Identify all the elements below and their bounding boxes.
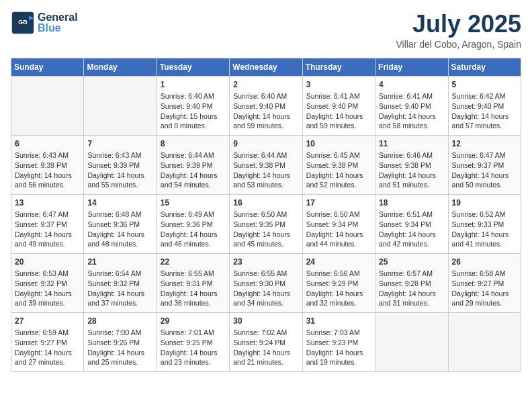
day-info: and 53 minutes. [233,180,298,190]
calendar-cell: 16Sunrise: 6:50 AMSunset: 9:35 PMDayligh… [230,194,302,253]
day-number: 10 [306,138,371,150]
calendar-cell: 10Sunrise: 6:45 AMSunset: 9:38 PMDayligh… [302,135,375,194]
day-number: 26 [452,257,517,268]
day-info: Sunset: 9:23 PM [306,338,371,348]
calendar-cell [448,312,521,371]
day-info: Daylight: 14 hours [306,111,371,122]
calendar-cell [11,76,84,135]
day-info: Daylight: 14 hours [233,171,298,181]
title-area: July 2025 Villar del Cobo, Aragon, Spain [396,11,521,50]
day-info: Sunset: 9:35 PM [233,220,298,230]
day-info: Sunrise: 6:55 AM [233,269,298,279]
day-info: and 59 minutes. [233,121,298,131]
day-info: Daylight: 14 hours [306,171,371,181]
day-info: Daylight: 14 hours [15,289,80,299]
day-info: Sunrise: 6:43 AM [15,150,80,161]
day-info: Sunset: 9:39 PM [161,161,226,171]
day-info: Sunset: 9:39 PM [87,161,152,171]
day-number: 2 [233,79,298,91]
day-info: Daylight: 14 hours [15,348,80,358]
day-info: Daylight: 14 hours [87,289,152,299]
day-number: 13 [15,197,80,209]
day-info: Sunrise: 7:01 AM [161,328,226,338]
day-info: Sunset: 9:30 PM [233,279,298,289]
day-info: Sunrise: 6:46 AM [379,150,444,161]
calendar-cell: 11Sunrise: 6:46 AMSunset: 9:38 PMDayligh… [375,135,448,194]
day-info: Sunset: 9:27 PM [15,338,80,348]
day-info: and 50 minutes. [452,180,517,190]
calendar-cell: 7Sunrise: 6:43 AMSunset: 9:39 PMDaylight… [84,135,157,194]
day-info: Daylight: 14 hours [161,230,226,240]
day-info: and 54 minutes. [161,180,226,190]
day-number: 4 [379,79,444,91]
day-info: and 42 minutes. [379,239,444,249]
calendar-cell: 4Sunrise: 6:41 AMSunset: 9:40 PMDaylight… [375,76,448,135]
calendar-cell [84,76,157,135]
day-number: 17 [306,197,371,209]
day-info: and 27 minutes. [15,357,80,367]
day-info: Sunrise: 6:47 AM [452,150,517,161]
day-info: Sunset: 9:32 PM [87,279,152,289]
day-info: Sunset: 9:33 PM [452,220,517,230]
day-info: Sunset: 9:24 PM [233,338,298,348]
day-number: 24 [306,257,371,268]
day-info: Sunset: 9:34 PM [306,220,371,230]
day-info: Sunrise: 6:41 AM [306,91,371,101]
day-info: Daylight: 14 hours [452,230,517,240]
day-info: Sunrise: 6:44 AM [233,150,298,161]
calendar-cell: 15Sunrise: 6:49 AMSunset: 9:36 PMDayligh… [157,194,229,253]
day-number: 6 [15,138,80,150]
day-info: Daylight: 14 hours [452,289,517,299]
day-info: Sunrise: 6:50 AM [306,210,371,220]
day-info: and 31 minutes. [379,298,444,308]
day-info: and 23 minutes. [161,357,226,367]
day-info: Daylight: 14 hours [379,289,444,299]
day-info: and 36 minutes. [161,298,226,308]
day-info: Daylight: 14 hours [379,230,444,240]
calendar-week-3: 13Sunrise: 6:47 AMSunset: 9:37 PMDayligh… [11,194,521,253]
weekday-header-saturday: Saturday [448,58,521,76]
calendar-cell: 18Sunrise: 6:51 AMSunset: 9:34 PMDayligh… [375,194,448,253]
weekday-header-tuesday: Tuesday [157,58,229,76]
day-info: Daylight: 14 hours [379,171,444,181]
day-info: Sunset: 9:29 PM [306,279,371,289]
calendar-cell: 20Sunrise: 6:53 AMSunset: 9:32 PMDayligh… [11,253,84,312]
day-info: Sunrise: 6:52 AM [452,210,517,220]
calendar-cell: 22Sunrise: 6:55 AMSunset: 9:31 PMDayligh… [157,253,229,312]
calendar-week-1: 1Sunrise: 6:40 AMSunset: 9:40 PMDaylight… [11,76,521,135]
day-number: 27 [15,316,80,327]
day-info: and 57 minutes. [452,121,517,131]
day-info: Daylight: 14 hours [15,171,80,181]
day-info: Sunrise: 6:53 AM [15,269,80,279]
day-info: Sunset: 9:40 PM [233,101,298,111]
day-info: and 51 minutes. [379,180,444,190]
calendar-week-5: 27Sunrise: 6:59 AMSunset: 9:27 PMDayligh… [11,312,521,371]
day-info: Sunset: 9:36 PM [161,220,226,230]
day-info: and 49 minutes. [15,239,80,249]
day-info: Daylight: 14 hours [161,171,226,181]
svg-text:GB: GB [18,19,28,26]
day-info: and 58 minutes. [379,121,444,131]
day-info: Sunrise: 6:58 AM [452,269,517,279]
day-info: Sunset: 9:38 PM [306,161,371,171]
day-info: and 32 minutes. [306,298,371,308]
day-info: Sunrise: 6:48 AM [87,210,152,220]
day-info: Daylight: 14 hours [15,230,80,240]
day-info: and 59 minutes. [306,121,371,131]
calendar-cell: 23Sunrise: 6:55 AMSunset: 9:30 PMDayligh… [230,253,302,312]
calendar-subtitle: Villar del Cobo, Aragon, Spain [396,39,521,50]
day-number: 12 [452,138,517,150]
day-info: and 56 minutes. [15,180,80,190]
header: GB General Blue July 2025 Villar del Cob… [11,11,521,50]
day-number: 7 [87,138,152,150]
day-number: 31 [306,316,371,327]
day-info: Daylight: 15 hours [161,111,226,122]
day-info: and 25 minutes. [87,357,152,367]
calendar-cell: 28Sunrise: 7:00 AMSunset: 9:26 PMDayligh… [84,312,157,371]
day-info: and 48 minutes. [87,239,152,249]
day-info: Sunset: 9:28 PM [379,279,444,289]
weekday-header-wednesday: Wednesday [230,58,302,76]
day-number: 3 [306,79,371,91]
logo: GB General Blue [11,11,78,35]
day-info: and 41 minutes. [452,239,517,249]
